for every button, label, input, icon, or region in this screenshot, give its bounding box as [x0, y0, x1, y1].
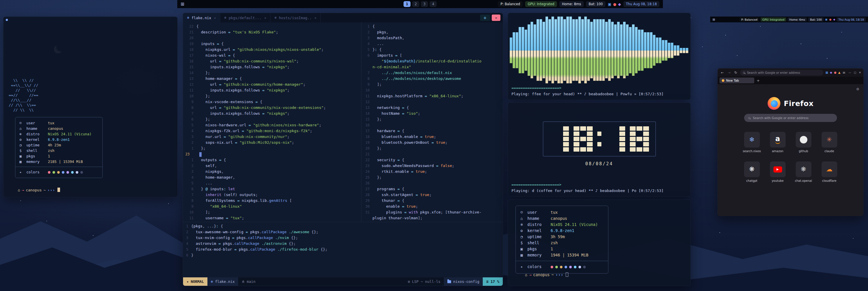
tab-pkgs-default[interactable]: ❄ pkgs/default... ✕ — [220, 13, 270, 22]
tray-app-red[interactable]: ● — [613, 2, 616, 6]
url-bar[interactable]: Search with Google or enter address — [740, 70, 823, 76]
clock-window[interactable]: 08/08/24 =====================> Playing:… — [508, 103, 691, 197]
tab-flake-nix[interactable]: ❄ flake.nix ✕ — [183, 13, 220, 22]
terminal-cursor — [57, 187, 60, 192]
shortcut-amazon[interactable]: aamazon — [766, 132, 790, 153]
clock-widget[interactable]: Thu Aug 08, 18:18 — [837, 18, 866, 22]
shortcut-youtube[interactable]: ▶youtube — [766, 162, 790, 182]
fetch-row: ▣pkgs1 — [20, 153, 98, 159]
code-line: plugin thunar-volman]; — [362, 215, 503, 221]
gpu-widget[interactable]: GPU: Integrated — [761, 18, 786, 22]
code-line: 11 username = "tux"; — [183, 215, 361, 221]
fetch-row: ◔uptime4h 23m — [20, 142, 98, 148]
code-line: 22 security = { — [362, 157, 503, 163]
extension-icon-4[interactable]: ▲ — [838, 71, 840, 74]
code-line: 8 ../../modules/nixos/desktop/awesome — [362, 76, 503, 82]
gear-icon: ⚙ — [408, 280, 410, 284]
github-logo-icon — [800, 136, 807, 143]
tray-app-blue[interactable]: ▣ — [608, 2, 611, 6]
shortcut-search.nixos[interactable]: ❄search.nixos — [740, 132, 764, 153]
tab-hosts-isoimage[interactable]: ❄ hosts/isoImag.. ✕ — [270, 13, 320, 22]
shortcut-cloudflare[interactable]: ☁cloudflare — [817, 162, 842, 182]
digital-clock — [543, 121, 656, 156]
shortcut-claude[interactable]: ✳claude — [817, 132, 842, 153]
neovim-window[interactable]: ❄ flake.nix ✕ ❄ pkgs/default... ✕ ❄ host… — [183, 13, 503, 286]
tray-app-purple[interactable]: ◆ — [618, 2, 621, 6]
shortcut-chat.openai[interactable]: ❋chat.openai — [792, 162, 816, 182]
buffer-pkgs-default[interactable]: 1{pkgs, ...}: {2 tux-awesome-wm-config =… — [183, 223, 503, 278]
app-launcher-icon[interactable]: ⊞ — [713, 18, 715, 22]
workspace-1[interactable]: 1 — [404, 1, 410, 7]
tab-new-tab[interactable]: New Tab — [719, 78, 754, 83]
maximize-button[interactable]: ▢ — [854, 71, 857, 74]
code-line: 18 bluetooth.enable = true; — [362, 134, 503, 140]
window-controls: — ▢ ✕ — [848, 71, 861, 74]
home-icon: ⌂ — [525, 272, 527, 277]
personalize-gear-icon[interactable]: ⚙ — [856, 87, 859, 91]
code-line: 14 }; — [183, 70, 361, 76]
tray-app-red[interactable]: ● — [829, 18, 832, 21]
close-buffer-button[interactable]: ✕ — [492, 14, 500, 21]
back-button[interactable]: ← — [720, 70, 725, 75]
close-button[interactable]: ✕ — [859, 71, 861, 74]
new-tab-button[interactable]: + — [756, 79, 760, 83]
tab-close-icon[interactable]: ✕ — [264, 16, 266, 20]
terminal-window-right[interactable]: ☺usertux⌂hnamecanopus❄distroNixOS 24.11 … — [508, 200, 691, 286]
extension-icon-1[interactable]: ▦ — [825, 71, 828, 74]
network-latency-widget[interactable]: Home: 6ms — [788, 18, 807, 22]
workspace-4[interactable]: 4 — [430, 1, 437, 7]
now-playing-text: Playing: ffee for your head) ** ♪ beabad… — [510, 91, 689, 97]
shell-prompt[interactable]: ⌂→canopus~››› — [9, 183, 177, 197]
newtab-search-input[interactable]: Search with Google or enter address — [744, 114, 837, 122]
menu-button[interactable]: ≡ — [842, 70, 845, 75]
extension-icon-2[interactable]: ◆ — [830, 71, 832, 74]
terminal-window-left[interactable]: \\ \\ // ==\\__\\/ // // \\// ==// //== … — [3, 17, 178, 197]
forward-button[interactable]: → — [727, 70, 731, 75]
reload-button[interactable]: ↻ — [734, 70, 738, 75]
firefox-tab-icon — [722, 79, 724, 82]
power-profile-widget[interactable]: P: Balanced — [498, 1, 523, 7]
nixos-ascii-art: \\ \\ // ==\\__\\/ // // \\// ==// //== … — [9, 78, 177, 112]
firefox-window[interactable]: ← → ↻ Search with Google or enter addres… — [717, 68, 864, 216]
network-latency-widget[interactable]: Home: 8ms — [559, 1, 584, 7]
code-line: 1{ — [362, 24, 503, 29]
code-line: 22{ — [183, 24, 361, 29]
tray-app-purple[interactable]: ◆ — [833, 18, 835, 21]
code-line: 3 tux-nvim-config = pkgs.callPackage ./n… — [183, 235, 503, 241]
extension-icon-3[interactable]: ● — [834, 71, 836, 74]
code-line: 23 sudo.wheelNeedsPassword = false; — [362, 163, 503, 169]
code-line: 17 nixos-wsl = { — [183, 53, 361, 58]
tray-app-blue[interactable]: ▣ — [825, 18, 828, 21]
fetch-row: ❄distroNixOS 24.11 (Vicuna) — [20, 131, 98, 137]
power-profile-widget[interactable]: P: Balanced — [740, 18, 759, 22]
battery-widget[interactable]: Bat: 100 — [808, 18, 823, 22]
fetch-colors-row: ✦colors — [20, 169, 98, 175]
hname-icon: ⌂ — [521, 215, 527, 222]
code-line: 15 inputs.nixpkgs.follows = "nixpkgs"; — [183, 64, 361, 70]
buffer-flake-nix[interactable]: 22{21 description = "tux's NixOS Flake";… — [183, 24, 361, 222]
buffer-iso-image[interactable]: 1{2 pkgs,3 modulesPath,4 ...5}: {6 impor… — [362, 24, 503, 222]
clock-widget[interactable]: Thu Aug 08, 18:18 — [623, 1, 659, 7]
prompt-arrow-icon: → — [527, 272, 533, 277]
tab-close-icon[interactable]: ✕ — [214, 16, 216, 20]
shell-prompt[interactable]: ⌂→canopus~››› — [516, 268, 568, 282]
chatgpt-logo-icon: ❋ — [749, 166, 754, 173]
tab-close-icon[interactable]: ✕ — [314, 16, 316, 20]
gpu-widget[interactable]: GPU: Integrated — [525, 1, 557, 7]
shortcut-chatgpt[interactable]: ❋chatgpt — [740, 162, 764, 182]
shortcut-label: youtube — [772, 179, 783, 182]
firefox-wordmark: Firefox — [784, 99, 814, 108]
code-line: 20 — [183, 35, 361, 41]
app-launcher-icon[interactable]: ⊞ — [181, 1, 185, 7]
shortcut-github[interactable]: github — [792, 132, 816, 153]
workspace-3[interactable]: 3 — [421, 1, 428, 7]
fetch-row: ▦memory2185 | 15394 MiB — [20, 159, 98, 164]
workspace-2[interactable]: 2 — [412, 1, 419, 7]
battery-widget[interactable]: Bat: 100 — [586, 1, 606, 7]
cava-visualizer-window[interactable]: =====================> Playing: ffee for… — [508, 13, 691, 100]
new-tab-page: ⚙ Firefox Search with Google or enter ad… — [718, 84, 863, 216]
code-line: 4 astronvim = pkgs.callPackage ./astronv… — [183, 241, 503, 246]
minimize-button[interactable]: — — [848, 71, 851, 74]
view-toggle-button[interactable]: ⊙ — [480, 14, 490, 21]
session-indicator — [6, 19, 8, 21]
